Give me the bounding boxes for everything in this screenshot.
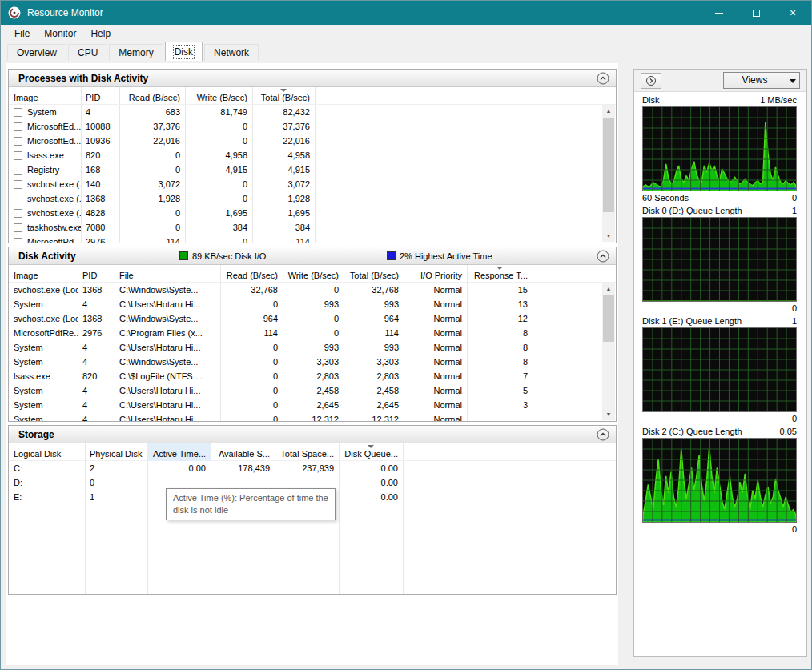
scroll-thumb[interactable] xyxy=(603,295,614,342)
row-checkbox[interactable] xyxy=(14,166,22,175)
cell: 32,768 xyxy=(344,283,404,297)
row-checkbox[interactable] xyxy=(14,223,22,232)
tab-network[interactable]: Network xyxy=(204,44,259,61)
close-button[interactable]: × xyxy=(774,1,811,25)
disk-activity-panel-header[interactable]: Disk Activity 89 KB/sec Disk I/O 2% High… xyxy=(9,247,616,265)
column-header[interactable]: Read (B/sec) xyxy=(119,87,185,105)
minimize-button[interactable] xyxy=(701,1,738,25)
column-header[interactable]: Response T... xyxy=(467,265,533,283)
cell: 3,303 xyxy=(344,355,404,369)
column-header[interactable]: Total (B/sec) xyxy=(344,265,404,283)
vertical-scrollbar[interactable]: ▲ ▼ xyxy=(602,283,615,420)
row-checkbox[interactable] xyxy=(14,238,22,243)
scroll-up-icon[interactable]: ▲ xyxy=(602,105,615,117)
collapse-chevron-icon[interactable] xyxy=(597,428,609,441)
row-checkbox[interactable] xyxy=(14,137,22,146)
cell: 0 xyxy=(119,206,185,220)
menu-file[interactable]: File xyxy=(7,26,37,41)
cell: 2,458 xyxy=(283,383,344,398)
table-row[interactable]: lsass.exe820C:\$LogFile (NTFS ...02,8032… xyxy=(9,369,616,383)
maximize-button[interactable] xyxy=(738,1,774,25)
column-header[interactable]: Write (B/sec) xyxy=(283,265,344,283)
storage-panel-header[interactable]: Storage xyxy=(9,426,616,443)
table-row[interactable]: System468381,74982,432 xyxy=(9,105,616,119)
column-header[interactable]: PID xyxy=(81,87,119,105)
column-header[interactable]: Image xyxy=(9,265,78,283)
views-dropdown-arrow-icon[interactable] xyxy=(786,73,799,88)
titlebar[interactable]: Resource Monitor × xyxy=(1,1,811,25)
column-header[interactable]: Physical Disk xyxy=(85,443,147,461)
column-header[interactable]: Image xyxy=(9,87,81,105)
collapse-chevron-icon[interactable] xyxy=(597,72,609,85)
column-header[interactable]: File xyxy=(115,265,220,283)
cell: 2,645 xyxy=(344,398,404,412)
expand-panel-button[interactable] xyxy=(641,73,661,89)
table-row[interactable]: System4C:\Users\Hotaru Hi...012,31212,31… xyxy=(9,412,616,421)
table-row[interactable]: Registry16804,9154,915 xyxy=(9,162,616,177)
column-header[interactable]: Write (B/sec) xyxy=(185,87,252,105)
row-checkbox[interactable] xyxy=(14,195,22,203)
table-row[interactable]: MicrosoftEd...1093622,016022,016 xyxy=(9,134,616,148)
table-row[interactable]: System4C:\Windows\Syste...03,3033,303Nor… xyxy=(9,355,616,369)
column-header[interactable]: Read (B/sec) xyxy=(220,265,283,283)
tab-cpu[interactable]: CPU xyxy=(68,44,107,61)
vertical-scrollbar[interactable]: ▲ ▼ xyxy=(602,105,615,242)
table-row[interactable]: MicrosoftPdfRe...2976C:\Program Files (x… xyxy=(9,326,616,340)
column-header[interactable]: Logical Disk xyxy=(9,443,85,461)
cell: System xyxy=(9,398,78,412)
scroll-thumb[interactable] xyxy=(603,118,614,212)
menu-monitor[interactable]: Monitor xyxy=(37,26,83,41)
cell: 2976 xyxy=(81,235,119,243)
cell: 4 xyxy=(78,297,115,311)
tab-disk[interactable]: Disk xyxy=(165,42,203,61)
cell: System xyxy=(9,297,78,311)
column-header[interactable]: Available S... xyxy=(211,443,275,461)
cell: 1368 xyxy=(78,311,115,326)
row-checkbox[interactable] xyxy=(14,180,22,189)
row-checkbox[interactable] xyxy=(14,122,22,131)
tab-memory[interactable]: Memory xyxy=(109,44,163,61)
views-button[interactable]: Views xyxy=(723,72,800,89)
disk1-queue-graph xyxy=(642,327,797,412)
tab-overview[interactable]: Overview xyxy=(7,44,66,61)
column-header[interactable]: Total Space... xyxy=(275,443,339,461)
table-row[interactable]: svchost.exe (Loc...1368C:\Windows\Syste.… xyxy=(9,283,616,297)
table-row[interactable]: MicrosoftEd...1008837,376037,376 xyxy=(9,119,616,134)
column-header[interactable]: PID xyxy=(78,265,115,283)
column-header[interactable]: Active Time... xyxy=(147,443,211,461)
column-header[interactable]: Total (B/sec) xyxy=(252,87,315,105)
table-row[interactable]: System4C:\Users\Hotaru Hi...02,6452,645N… xyxy=(9,398,616,412)
table-row[interactable]: MicrosoftPd...29761140114 xyxy=(9,235,616,243)
table-row[interactable]: svchost.exe (Loc...1368C:\Windows\Syste.… xyxy=(9,311,616,326)
cell: 0 xyxy=(185,177,252,191)
table-row[interactable]: svchost.exe (...13681,92801,928 xyxy=(9,191,616,206)
scroll-down-icon[interactable]: ▼ xyxy=(602,230,615,242)
cell: 0 xyxy=(220,398,283,412)
row-checkbox[interactable] xyxy=(14,108,22,117)
cell: 0.00 xyxy=(339,490,403,504)
column-header[interactable]: Disk Queue... xyxy=(339,443,403,461)
table-row[interactable]: System4C:\Users\Hotaru Hi...02,4582,458N… xyxy=(9,383,616,398)
table-row[interactable]: taskhostw.exe70800384384 xyxy=(9,220,616,235)
collapse-chevron-icon[interactable] xyxy=(597,250,609,263)
cell: 4 xyxy=(78,412,115,421)
cell: 8 xyxy=(467,355,533,369)
scroll-up-icon[interactable]: ▲ xyxy=(602,283,615,295)
row-checkbox[interactable] xyxy=(14,209,22,218)
table-row[interactable]: C:20.00178,439237,9390.00 xyxy=(9,461,616,475)
column-header[interactable]: I/O Priority xyxy=(404,265,467,283)
row-checkbox[interactable] xyxy=(14,151,22,160)
table-row[interactable]: svchost.exe (...482801,6951,695 xyxy=(9,206,616,220)
scroll-down-icon[interactable]: ▼ xyxy=(602,408,615,420)
table-row[interactable]: lsass.exe82004,9584,958 xyxy=(9,148,616,162)
table-body: System468381,74982,432MicrosoftEd...1008… xyxy=(9,105,616,243)
cell: 0 xyxy=(220,369,283,383)
menu-help[interactable]: Help xyxy=(83,26,118,41)
processes-panel-header[interactable]: Processes with Disk Activity xyxy=(9,70,616,87)
minimize-icon xyxy=(715,13,723,14)
table-row[interactable]: System4C:\Users\Hotaru Hi...0993993Norma… xyxy=(9,297,616,311)
storage-panel: Storage Logical DiskPhysical DiskActive … xyxy=(8,425,617,595)
table-row[interactable]: svchost.exe (...1403,07203,072 xyxy=(9,177,616,191)
table-row[interactable]: System4C:\Users\Hotaru Hi...0993993Norma… xyxy=(9,340,616,355)
panel-title: Storage xyxy=(18,429,54,440)
